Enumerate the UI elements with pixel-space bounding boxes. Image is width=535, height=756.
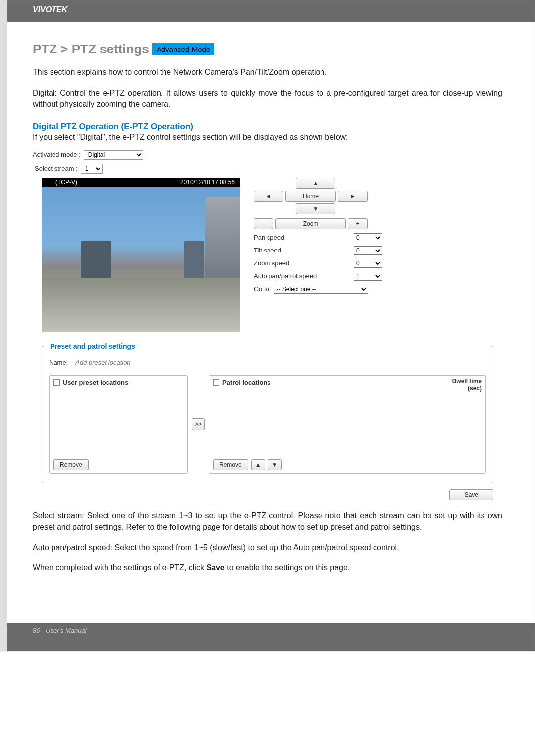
footer-text: 86 - User's Manual <box>0 623 535 651</box>
advanced-mode-badge: Advanced Mode <box>152 43 214 55</box>
ptz-down-button[interactable]: ▼ <box>296 203 335 214</box>
ptz-up-button[interactable]: ▲ <box>296 178 335 189</box>
pan-speed-label: Pan speed <box>254 234 284 241</box>
zoom-out-button[interactable]: - <box>254 218 273 229</box>
tilt-speed-select[interactable]: 0 <box>354 246 382 255</box>
video-preview-image <box>42 187 240 332</box>
eptz-heading: Digital PTZ Operation (E-PTZ Operation) <box>33 122 502 132</box>
note-select-stream: Select stream: Select one of the stream … <box>33 510 502 533</box>
save-button[interactable]: Save <box>449 489 493 500</box>
patrol-checkbox[interactable] <box>213 379 219 386</box>
user-preset-checkbox[interactable] <box>54 379 60 386</box>
ptz-right-button[interactable]: ► <box>338 191 368 202</box>
preset-name-label: Name: <box>49 359 68 366</box>
zoom-in-button[interactable]: + <box>348 218 368 229</box>
user-preset-remove-button[interactable]: Remove <box>54 459 89 470</box>
note-save: When completed with the settings of e-PT… <box>33 562 502 573</box>
zoom-speed-select[interactable]: 0 <box>354 259 382 268</box>
patrol-up-button[interactable]: ▲ <box>251 459 265 470</box>
eptz-text: If you select "Digital", the e-PTZ contr… <box>33 132 502 143</box>
preset-name-input[interactable] <box>72 357 151 368</box>
goto-select[interactable]: -- Select one -- <box>274 285 368 294</box>
user-preset-list[interactable] <box>54 386 183 455</box>
video-timestamp: 2010/12/10 17:08:56 <box>180 179 235 186</box>
video-protocol-label: (TCP-V) <box>55 179 77 186</box>
intro-paragraph-1: This section explains how to control the… <box>33 67 502 78</box>
patrol-remove-button[interactable]: Remove <box>213 459 248 470</box>
ptz-left-button[interactable]: ◄ <box>254 191 283 202</box>
header-brand: VIVOTEK <box>0 0 535 22</box>
page-title: PTZ > PTZ settings <box>33 42 149 57</box>
zoom-label: Zoom <box>275 218 346 229</box>
dwell-time-label-1: Dwell time <box>452 378 482 385</box>
select-stream-select[interactable]: 1 <box>81 164 103 174</box>
activated-mode-label: Activated mode : <box>33 151 81 158</box>
user-preset-title: User preset locations <box>63 379 128 386</box>
patrol-down-button[interactable]: ▼ <box>268 459 282 470</box>
select-stream-label: Select stream : <box>35 165 78 172</box>
goto-label: Go to: <box>254 285 271 293</box>
zoom-speed-label: Zoom speed <box>254 259 289 267</box>
preset-patrol-legend: Preset and patrol settings <box>47 342 138 350</box>
activated-mode-select[interactable]: Digital <box>84 150 143 160</box>
patrol-title: Patrol locations <box>222 379 271 386</box>
move-to-patrol-button[interactable]: >> <box>192 418 205 430</box>
patrol-list[interactable] <box>213 386 482 455</box>
intro-paragraph-2: Digital: Control the e-PTZ operation. It… <box>33 88 502 110</box>
tilt-speed-label: Tilt speed <box>254 247 281 254</box>
auto-patrol-speed-label: Auto pan/patrol speed <box>254 272 317 280</box>
pan-speed-select[interactable]: 0 <box>354 233 382 242</box>
note-auto-speed: Auto pan/patrol speed: Select the speed … <box>33 542 502 553</box>
ptz-home-button[interactable]: Home <box>285 191 336 202</box>
video-preview-pane: (TCP-V) 2010/12/10 17:08:56 <box>42 178 240 332</box>
auto-patrol-speed-select[interactable]: 1 <box>354 272 382 281</box>
dwell-time-label-2: (sec) <box>452 385 482 392</box>
